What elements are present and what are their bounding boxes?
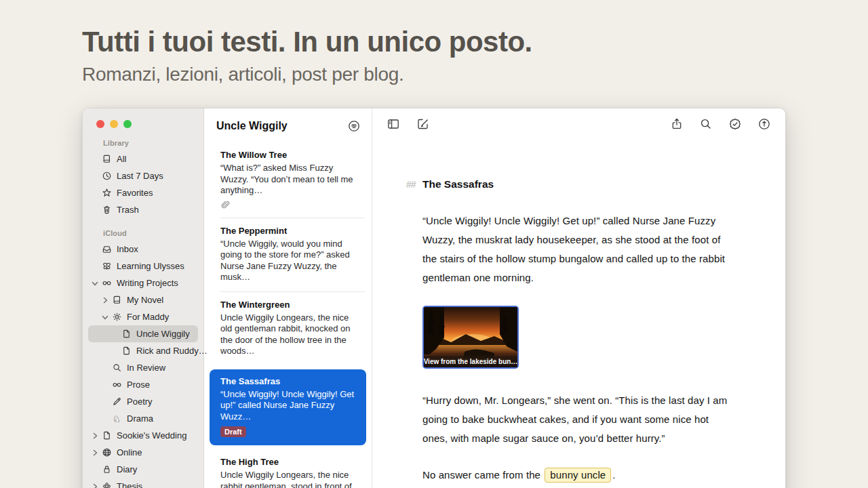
sheet-preview: Uncle Wiggily Longears, the nice old gen… bbox=[220, 312, 362, 357]
inline-image-thumbnail[interactable]: View from the lakeside bun… bbox=[422, 306, 519, 369]
sidebar-section-label: Library bbox=[83, 128, 203, 150]
sidebar-item-rick-and-ruddy[interactable]: Rick and Ruddy… bbox=[83, 342, 203, 359]
sidebar-item-label: In Review bbox=[127, 363, 165, 373]
sheet-icon bbox=[121, 346, 132, 357]
sheet-icon bbox=[101, 430, 112, 441]
sidebar-item-last-7-days[interactable]: Last 7 Days bbox=[83, 167, 203, 184]
pen-icon bbox=[111, 396, 122, 407]
chevron-right-icon[interactable] bbox=[92, 483, 98, 488]
trash-icon bbox=[101, 205, 112, 216]
knight-icon: ♘ bbox=[111, 413, 122, 424]
sidebar-item-drama[interactable]: ♘Drama bbox=[83, 410, 203, 427]
sidebar-item-label: Drama bbox=[127, 413, 153, 424]
sidebar-item-label: Learning Ulysses bbox=[117, 261, 184, 271]
sidebar-section-label: iCloud bbox=[83, 218, 203, 241]
sidebar-item-poetry[interactable]: Poetry bbox=[83, 393, 203, 410]
paragraph-2: “Hurry down, Mr. Longears,” she went on.… bbox=[422, 391, 733, 448]
markdown-heading-marker: ## bbox=[406, 179, 416, 190]
proofread-seal-icon[interactable] bbox=[728, 117, 742, 131]
editor-pane: ## The Sassafras “Uncle Wiggily! Uncle W… bbox=[372, 108, 785, 488]
sidebar-item-diary[interactable]: Diary bbox=[83, 461, 203, 478]
dashboard-gauge-icon[interactable] bbox=[757, 117, 771, 131]
sheet-list-item-the-willow-tree[interactable]: The Willow Tree “What is?” asked Miss Fu… bbox=[204, 142, 372, 218]
paragraph-1: “Uncle Wiggily! Uncle Wiggily! Get up!” … bbox=[422, 211, 733, 287]
sidebar-item-for-maddy[interactable]: For Maddy bbox=[83, 308, 203, 325]
sheet-list-item-the-wintergreen[interactable]: The Wintergreen Uncle Wiggily Longears, … bbox=[204, 292, 372, 365]
sidebar-item-online[interactable]: Online bbox=[83, 444, 203, 461]
sidebar-item-learning-ulysses[interactable]: Learning Ulysses bbox=[83, 258, 203, 274]
sheet-title: The Peppermint bbox=[220, 226, 362, 236]
editor-toolbar bbox=[372, 108, 785, 140]
star-icon bbox=[101, 188, 112, 199]
sidebar-item-label: Trash bbox=[117, 205, 139, 215]
sidebar-item-label: Diary bbox=[117, 464, 137, 474]
toggle-panes-icon[interactable] bbox=[387, 117, 400, 131]
sidebar-item-label: Thesis bbox=[117, 481, 142, 488]
zoom-window-button[interactable] bbox=[123, 120, 132, 128]
butterfly-icon bbox=[101, 261, 112, 272]
window-controls bbox=[83, 108, 203, 128]
share-icon[interactable] bbox=[670, 117, 684, 131]
minimize-window-button[interactable] bbox=[110, 120, 118, 128]
draft-badge: Draft bbox=[220, 426, 246, 437]
sheet-list-item-the-high-tree[interactable]: The High Tree Uncle Wiggily Longears, th… bbox=[204, 449, 372, 488]
chevron-right-icon[interactable] bbox=[92, 449, 98, 456]
sidebar-item-label: Prose bbox=[127, 380, 150, 390]
clock-icon bbox=[101, 171, 112, 182]
sidebar-item-writing-projects[interactable]: Writing Projects bbox=[83, 274, 203, 291]
sidebar-item-label: Online bbox=[117, 447, 142, 458]
magnifier-icon bbox=[111, 363, 122, 373]
sheet-preview: “Uncle Wiggily! Uncle Wiggily! Get up!” … bbox=[220, 389, 355, 423]
sidebar-item-thesis[interactable]: Thesis bbox=[83, 478, 203, 488]
annotation-highlight[interactable]: bunny uncle bbox=[545, 468, 611, 483]
sidebar-item-label: Sookie's Wedding bbox=[117, 430, 186, 441]
editor-content[interactable]: ## The Sassafras “Uncle Wiggily! Uncle W… bbox=[372, 140, 742, 488]
sidebar-item-my-novel[interactable]: My Novel bbox=[83, 291, 203, 308]
ulysses-window: LibraryAllLast 7 DaysFavoritesTrashiClou… bbox=[82, 108, 786, 488]
sidebar-item-sookie-s-wedding[interactable]: Sookie's Wedding bbox=[83, 427, 203, 444]
sheet-title: The High Tree bbox=[220, 457, 362, 467]
sidebar-item-label: Poetry bbox=[127, 396, 153, 407]
lock-icon bbox=[101, 464, 112, 475]
sheet-title: The Willow Tree bbox=[220, 150, 362, 160]
globe-icon bbox=[101, 447, 112, 458]
inbox-icon bbox=[101, 244, 112, 255]
sheet-list-item-the-sassafras[interactable]: The Sassafras “Uncle Wiggily! Uncle Wigg… bbox=[210, 369, 366, 446]
sidebar-item-trash[interactable]: Trash bbox=[83, 201, 203, 218]
page-title: Tutti i tuoi testi. In un unico posto. bbox=[82, 26, 532, 58]
sidebar-item-in-review[interactable]: In Review bbox=[83, 359, 203, 376]
sheet-preview: “What is?” asked Miss Fuzzy Wuzzy. “You … bbox=[220, 163, 362, 197]
sidebar-item-prose[interactable]: Prose bbox=[83, 376, 203, 393]
sheet-title: The Sassafras bbox=[220, 376, 355, 386]
sidebar-item-label: My Novel bbox=[127, 295, 163, 305]
sidebar-item-uncle-wiggily[interactable]: Uncle Wiggily bbox=[83, 325, 203, 342]
paragraph-3: No answer came from the bunny uncle. bbox=[422, 466, 733, 485]
sun-icon bbox=[111, 312, 122, 323]
hero: Tutti i tuoi testi. In un unico posto. R… bbox=[82, 26, 532, 85]
sheet-list-title: Uncle Wiggily bbox=[216, 120, 288, 132]
chevron-right-icon[interactable] bbox=[102, 297, 108, 304]
sidebar-item-label: Writing Projects bbox=[117, 278, 178, 288]
chevron-down-icon[interactable] bbox=[102, 314, 108, 321]
sidebar-item-label: All bbox=[117, 154, 126, 164]
sheet-title: The Wintergreen bbox=[220, 300, 362, 310]
book-icon bbox=[101, 154, 112, 165]
sheet-list-pane: Uncle Wiggily The Willow Tree “What is?”… bbox=[204, 108, 372, 488]
sidebar-item-label: Favorites bbox=[117, 188, 153, 198]
sidebar-item-label: Last 7 Days bbox=[117, 171, 163, 181]
chevron-right-icon[interactable] bbox=[92, 432, 98, 439]
chevron-down-icon[interactable] bbox=[92, 280, 98, 287]
sheet-list-item-the-peppermint[interactable]: The Peppermint “Uncle Wiggily, would you… bbox=[204, 218, 372, 291]
sidebar-item-inbox[interactable]: Inbox bbox=[83, 241, 203, 258]
image-caption: View from the lakeside bun… bbox=[424, 356, 517, 367]
search-icon[interactable] bbox=[699, 117, 713, 131]
paperclip-icon bbox=[220, 200, 230, 209]
sidebar-item-label: Uncle Wiggily bbox=[136, 329, 190, 339]
glasses-icon bbox=[111, 380, 122, 390]
filter-sort-icon[interactable] bbox=[347, 119, 361, 133]
sheet-heading: ## The Sassafras bbox=[422, 178, 742, 190]
close-window-button[interactable] bbox=[96, 120, 104, 128]
sidebar-item-all[interactable]: All bbox=[83, 150, 203, 167]
sidebar-item-favorites[interactable]: Favorites bbox=[83, 184, 203, 201]
new-sheet-icon[interactable] bbox=[416, 117, 430, 131]
